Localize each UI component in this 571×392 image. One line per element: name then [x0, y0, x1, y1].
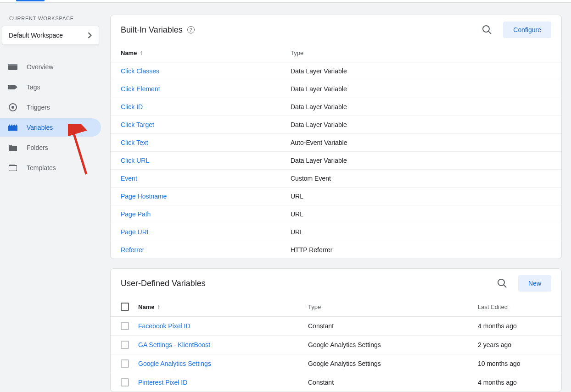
variable-name-link[interactable]: Click URL — [121, 157, 149, 164]
variable-name-link[interactable]: Event — [121, 175, 137, 182]
variable-name-link[interactable]: Click Text — [121, 139, 148, 146]
builtin-header: Built-In Variables ? Configure — [111, 15, 561, 44]
table-row[interactable]: Facebook Pixel IDConstant4 months ago — [111, 317, 561, 336]
svg-rect-1 — [8, 64, 17, 66]
builtin-rows: Click ClassesData Layer VariableClick El… — [111, 62, 561, 259]
variable-name-link[interactable]: Referrer — [121, 246, 144, 254]
nav-folders[interactable]: Folders — [0, 138, 101, 157]
nav-label: Tags — [27, 83, 40, 91]
builtin-variables-card: Built-In Variables ? Configure Name ↑ Ty… — [110, 15, 562, 259]
table-row[interactable]: Page URLURL — [111, 223, 561, 241]
workspace-name: Default Workspace — [9, 32, 63, 39]
variable-name-link[interactable]: GA Settings - KlientBoost — [138, 341, 210, 348]
variable-name-link[interactable]: Click Element — [121, 85, 160, 93]
table-row[interactable]: Google Analytics SettingsGoogle Analytic… — [111, 354, 561, 373]
help-icon[interactable]: ? — [187, 26, 195, 33]
table-row[interactable]: ReferrerHTTP Referrer — [111, 241, 561, 259]
variable-type: URL — [291, 228, 303, 236]
svg-rect-4 — [8, 126, 17, 131]
userdef-title: User-Defined Variables — [121, 279, 206, 288]
col-name-label: Name — [138, 304, 154, 310]
col-name-header[interactable]: Name ↑ — [138, 303, 308, 310]
variable-name-link[interactable]: Click Target — [121, 121, 154, 128]
svg-point-9 — [498, 279, 504, 286]
table-row[interactable]: GA Settings - KlientBoostGoogle Analytic… — [111, 336, 561, 354]
variable-type: Google Analytics Settings — [308, 341, 381, 348]
variable-name-link[interactable]: Page Path — [121, 210, 151, 218]
nav-overview[interactable]: Overview — [0, 58, 101, 76]
nav-label: Overview — [27, 63, 53, 71]
search-builtin-button[interactable] — [479, 22, 495, 38]
workspace-label: CURRENT WORKSPACE — [0, 16, 101, 26]
row-checkbox[interactable] — [121, 378, 129, 386]
svg-line-8 — [488, 31, 491, 34]
col-type-header[interactable]: Type — [291, 50, 460, 56]
variable-name-link[interactable]: Facebook Pixel ID — [138, 322, 190, 330]
nav-label: Folders — [27, 144, 48, 151]
variable-type: Data Layer Variable — [291, 103, 347, 110]
table-row[interactable]: Page PathURL — [111, 205, 561, 223]
workspace-selector[interactable]: Default Workspace — [2, 26, 99, 45]
variable-name-link[interactable]: Page Hostname — [121, 193, 167, 200]
search-icon — [482, 25, 492, 35]
nav-tags[interactable]: Tags — [0, 78, 101, 96]
variable-type: Data Layer Variable — [291, 121, 347, 128]
col-type-label: Type — [308, 304, 321, 310]
svg-point-7 — [483, 26, 489, 32]
variable-type: HTTP Referrer — [291, 246, 333, 254]
svg-rect-5 — [9, 166, 17, 171]
configure-button[interactable]: Configure — [503, 22, 551, 38]
row-checkbox[interactable] — [121, 341, 129, 349]
nav-label: Templates — [27, 164, 56, 171]
table-row[interactable]: Click ElementData Layer Variable — [111, 80, 561, 98]
variable-name-link[interactable]: Click Classes — [121, 67, 159, 75]
select-all-cell — [121, 303, 138, 311]
variable-type: Data Layer Variable — [291, 157, 347, 164]
builtin-table-header: Name ↑ Type — [111, 44, 561, 62]
nav-list: Overview Tags Triggers Variables — [0, 58, 101, 177]
variable-type: Constant — [308, 379, 334, 386]
builtin-title-text: Built-In Variables — [121, 25, 183, 35]
variable-type: Custom Event — [291, 175, 331, 182]
main-content: Built-In Variables ? Configure Name ↑ Ty… — [101, 6, 571, 392]
variable-name-link[interactable]: Google Analytics Settings — [138, 360, 211, 367]
nav-triggers[interactable]: Triggers — [0, 98, 101, 116]
variable-name-link[interactable]: Pinterest Pixel ID — [138, 379, 187, 386]
table-row[interactable]: Click URLData Layer Variable — [111, 152, 561, 170]
svg-rect-6 — [9, 165, 15, 166]
col-edited-header[interactable]: Last Edited — [478, 304, 551, 310]
table-row[interactable]: Click ClassesData Layer Variable — [111, 62, 561, 80]
table-row[interactable]: Click IDData Layer Variable — [111, 98, 561, 116]
variable-edited: 10 months ago — [478, 360, 521, 367]
table-row[interactable]: Click TextAuto-Event Variable — [111, 134, 561, 152]
userdef-rows: Facebook Pixel IDConstant4 months agoGA … — [111, 317, 561, 392]
userdef-table-header: Name ↑ Type Last Edited — [111, 298, 561, 317]
nav-templates[interactable]: Templates — [0, 159, 101, 177]
col-name-header[interactable]: Name ↑ — [121, 49, 291, 56]
variable-type: Data Layer Variable — [291, 67, 347, 75]
row-checkbox[interactable] — [121, 322, 129, 330]
col-type-header[interactable]: Type — [308, 304, 478, 310]
sort-asc-icon: ↑ — [140, 49, 143, 56]
table-row[interactable]: Click TargetData Layer Variable — [111, 116, 561, 134]
select-all-checkbox[interactable] — [121, 303, 129, 311]
table-row[interactable]: Pinterest Pixel IDConstant4 months ago — [111, 373, 561, 392]
variable-name-link[interactable]: Page URL — [121, 228, 151, 236]
nav-variables[interactable]: Variables — [0, 118, 101, 137]
variable-edited: 2 years ago — [478, 341, 511, 348]
variable-icon — [8, 123, 17, 132]
new-button[interactable]: New — [518, 275, 551, 292]
variable-type: Google Analytics Settings — [308, 360, 381, 367]
row-checkbox[interactable] — [121, 359, 129, 368]
chevron-right-icon — [88, 32, 92, 39]
search-userdef-button[interactable] — [494, 276, 510, 291]
tag-icon — [8, 83, 17, 92]
sort-asc-icon: ↑ — [157, 303, 160, 310]
table-row[interactable]: EventCustom Event — [111, 170, 561, 188]
svg-line-10 — [504, 285, 506, 287]
table-row[interactable]: Page HostnameURL — [111, 188, 561, 205]
variable-name-link[interactable]: Click ID — [121, 103, 143, 110]
col-name-label: Name — [121, 50, 137, 56]
svg-point-3 — [11, 106, 14, 109]
nav-label: Triggers — [27, 104, 50, 111]
